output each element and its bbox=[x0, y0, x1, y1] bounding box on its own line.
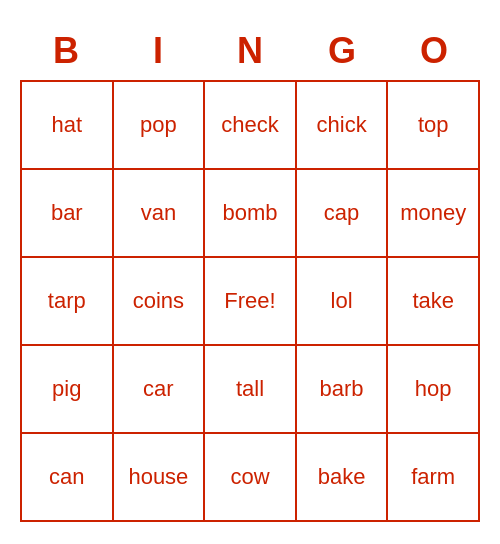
bingo-cell-1-1[interactable]: van bbox=[114, 170, 206, 258]
bingo-cell-4-1[interactable]: house bbox=[114, 434, 206, 522]
bingo-header: BINGO bbox=[20, 22, 480, 80]
header-letter: I bbox=[112, 22, 204, 80]
bingo-cell-3-2[interactable]: tall bbox=[205, 346, 297, 434]
bingo-cell-4-4[interactable]: farm bbox=[388, 434, 480, 522]
bingo-cell-4-0[interactable]: can bbox=[22, 434, 114, 522]
bingo-cell-0-4[interactable]: top bbox=[388, 82, 480, 170]
bingo-cell-1-2[interactable]: bomb bbox=[205, 170, 297, 258]
bingo-cell-0-3[interactable]: chick bbox=[297, 82, 389, 170]
bingo-cell-3-0[interactable]: pig bbox=[22, 346, 114, 434]
bingo-card: BINGO hatpopcheckchicktopbarvanbombcapmo… bbox=[10, 12, 490, 532]
bingo-grid: hatpopcheckchicktopbarvanbombcapmoneytar… bbox=[20, 80, 480, 522]
header-letter: O bbox=[388, 22, 480, 80]
bingo-cell-2-1[interactable]: coins bbox=[114, 258, 206, 346]
header-letter: G bbox=[296, 22, 388, 80]
bingo-cell-1-3[interactable]: cap bbox=[297, 170, 389, 258]
bingo-cell-3-1[interactable]: car bbox=[114, 346, 206, 434]
bingo-cell-4-3[interactable]: bake bbox=[297, 434, 389, 522]
bingo-cell-3-3[interactable]: barb bbox=[297, 346, 389, 434]
bingo-cell-1-0[interactable]: bar bbox=[22, 170, 114, 258]
bingo-cell-0-0[interactable]: hat bbox=[22, 82, 114, 170]
bingo-cell-2-4[interactable]: take bbox=[388, 258, 480, 346]
bingo-cell-2-2[interactable]: Free! bbox=[205, 258, 297, 346]
header-letter: B bbox=[20, 22, 112, 80]
bingo-cell-1-4[interactable]: money bbox=[388, 170, 480, 258]
bingo-cell-0-1[interactable]: pop bbox=[114, 82, 206, 170]
header-letter: N bbox=[204, 22, 296, 80]
bingo-cell-2-0[interactable]: tarp bbox=[22, 258, 114, 346]
bingo-cell-2-3[interactable]: lol bbox=[297, 258, 389, 346]
bingo-cell-4-2[interactable]: cow bbox=[205, 434, 297, 522]
bingo-cell-3-4[interactable]: hop bbox=[388, 346, 480, 434]
bingo-cell-0-2[interactable]: check bbox=[205, 82, 297, 170]
